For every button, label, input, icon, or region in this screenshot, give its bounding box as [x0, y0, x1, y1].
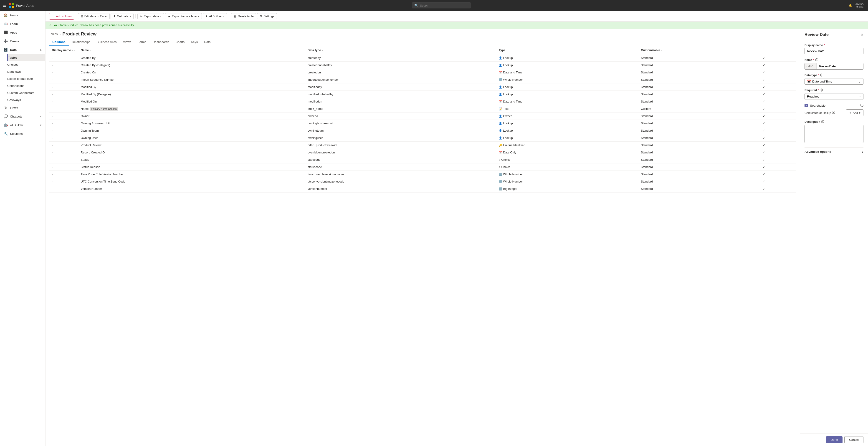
sidebar-item-connections[interactable]: Connections [7, 82, 45, 89]
sort-icon[interactable]: ↕ [90, 49, 91, 52]
sidebar-item-apps[interactable]: ⬛ Apps [0, 28, 45, 37]
flows-icon: ↻ [4, 106, 8, 110]
sidebar-item-gateways[interactable]: Gateways [7, 96, 45, 103]
sort-icon[interactable]: ↕ [322, 49, 323, 52]
row-dots[interactable]: ··· [49, 149, 78, 156]
data-type-select[interactable]: Date and Time Date Only Text Whole Numbe… [812, 80, 857, 83]
sidebar-item-dataflows[interactable]: Dataflows [7, 68, 45, 75]
row-dots[interactable]: ··· [49, 91, 78, 98]
table-row: ···Time Zone Rule Version Numbertimezone… [49, 171, 796, 178]
row-name: owningbusinessunit [305, 120, 496, 127]
sidebar-item-ai-builder[interactable]: 🤖 AI Builder ∨ [0, 121, 45, 129]
row-dots[interactable]: ··· [49, 171, 78, 178]
data-type-icon: 👤 [499, 56, 502, 60]
row-type: Standard [638, 171, 760, 178]
row-dots[interactable]: ··· [49, 120, 78, 127]
data-type-label: Data type * ⓘ [805, 73, 863, 77]
data-type-info-icon[interactable]: ⓘ [820, 73, 823, 77]
delete-table-button[interactable]: 🗑 Delete table [231, 13, 256, 19]
data-type-select-wrap[interactable]: 📅 Date and Time Date Only Text Whole Num… [805, 78, 863, 84]
searchable-info-icon[interactable]: ⓘ [860, 103, 863, 107]
row-name: createdby [305, 54, 496, 62]
tab-columns[interactable]: Columns [49, 38, 69, 46]
sort-down-icon[interactable]: ↓ [74, 49, 75, 52]
review-date-panel: Review Date ✕ Display name * Name [800, 29, 868, 446]
search-bar[interactable]: 🔍 [412, 2, 471, 8]
ai-builder-button[interactable]: ✦ AI Builder ▾ [203, 13, 227, 19]
sidebar-item-create[interactable]: ➕ Create [0, 37, 45, 45]
row-dots[interactable]: ··· [49, 76, 78, 83]
get-data-button[interactable]: ⬇ Get data ▾ [111, 13, 133, 19]
row-display-name: Import Sequence Number [78, 76, 305, 83]
row-dots[interactable]: ··· [49, 134, 78, 142]
sidebar-item-label: Home [10, 14, 18, 17]
sort-icon[interactable]: ↕ [506, 49, 508, 52]
tab-forms[interactable]: Forms [134, 38, 149, 46]
done-button[interactable]: Done [826, 436, 842, 443]
sidebar-item-chatbots[interactable]: 💬 Chatbots ∨ [0, 112, 45, 121]
required-info-icon[interactable]: ⓘ [820, 88, 823, 92]
sidebar-item-export-data-lake[interactable]: Export to data lake [7, 75, 45, 82]
row-dots[interactable]: ··· [49, 142, 78, 149]
advanced-options-row[interactable]: Advanced options ∨ [805, 147, 863, 156]
row-dots[interactable]: ··· [49, 69, 78, 76]
name-label: Name * ⓘ [805, 58, 863, 62]
sidebar-item-data[interactable]: 🗄️ Data ∧ [0, 45, 45, 54]
tab-views[interactable]: Views [120, 38, 134, 46]
row-dots[interactable]: ··· [49, 98, 78, 105]
name-input[interactable] [817, 63, 863, 69]
sidebar-item-home[interactable]: 🏠 Home [0, 11, 45, 20]
panel-close-button[interactable]: ✕ [861, 33, 863, 37]
add-calc-button[interactable]: ＋ Add ▾ [846, 109, 863, 116]
row-dots[interactable]: ··· [49, 54, 78, 62]
tab-data[interactable]: Data [201, 38, 214, 46]
sort-up-icon[interactable]: ↑ [72, 49, 73, 52]
checkmark-icon: ✓ [763, 63, 765, 67]
export-data-lake-button[interactable]: ☁ Export to data lake ▾ [165, 13, 202, 19]
table-row: ···Product Reviewcrfb6_productreviewid🔑U… [49, 142, 796, 149]
tab-business-rules[interactable]: Business rules [94, 38, 120, 46]
hamburger-icon[interactable]: ☰ [3, 3, 6, 8]
sort-icon[interactable]: ↕ [661, 49, 662, 52]
row-dots[interactable]: ··· [49, 127, 78, 134]
tab-charts[interactable]: Charts [172, 38, 188, 46]
name-info-icon[interactable]: ⓘ [815, 58, 818, 62]
checkmark-icon: ✓ [763, 100, 765, 103]
sidebar-item-flows[interactable]: ↻ Flows [0, 103, 45, 112]
notification-icon[interactable]: 🔔 [849, 4, 852, 7]
edit-excel-button[interactable]: ⊞ Edit data in Excel [78, 13, 110, 19]
tab-dashboards[interactable]: Dashboards [150, 38, 173, 46]
row-dots[interactable]: ··· [49, 112, 78, 120]
sidebar-item-custom-connectors[interactable]: Custom Connectors [7, 89, 45, 96]
sidebar-item-learn[interactable]: 📖 Learn [0, 20, 45, 28]
desc-info-icon[interactable]: ⓘ [821, 120, 824, 124]
breadcrumb-tables-link[interactable]: Tables [49, 32, 58, 36]
searchable-row: Searchable ⓘ [805, 103, 863, 107]
sidebar-item-label: Flows [10, 106, 18, 110]
tab-relationships[interactable]: Relationships [69, 38, 94, 46]
row-dots[interactable]: ··· [49, 105, 78, 112]
calc-info-icon[interactable]: ⓘ [832, 111, 835, 115]
columns-table: Display name ↑ ↓ Name ↕ [49, 46, 796, 193]
row-dots[interactable]: ··· [49, 185, 78, 193]
required-select[interactable]: Required Optional [805, 93, 863, 100]
row-dots[interactable]: ··· [49, 156, 78, 164]
export-data-button[interactable]: ↪ Export data ▾ [137, 13, 164, 19]
row-data-type: 🔢Whole Number [496, 76, 638, 83]
display-name-input[interactable] [805, 48, 863, 54]
sidebar-item-choices[interactable]: Choices [7, 61, 45, 68]
searchable-checkbox[interactable] [805, 104, 808, 107]
settings-button[interactable]: ⚙ Settings [257, 13, 277, 19]
tab-keys[interactable]: Keys [188, 38, 201, 46]
sidebar-item-tables[interactable]: Tables [7, 54, 45, 61]
row-dots[interactable]: ··· [49, 62, 78, 69]
search-input[interactable] [420, 4, 468, 7]
add-column-button[interactable]: ＋ Add column [49, 13, 74, 20]
row-dots[interactable]: ··· [49, 164, 78, 171]
row-dots[interactable]: ··· [49, 178, 78, 185]
row-customizable: ✓ [760, 98, 796, 105]
sidebar-item-solutions[interactable]: 🔧 Solutions [0, 129, 45, 138]
row-dots[interactable]: ··· [49, 83, 78, 91]
description-textarea[interactable] [805, 125, 863, 143]
cancel-button[interactable]: Cancel [844, 436, 863, 443]
